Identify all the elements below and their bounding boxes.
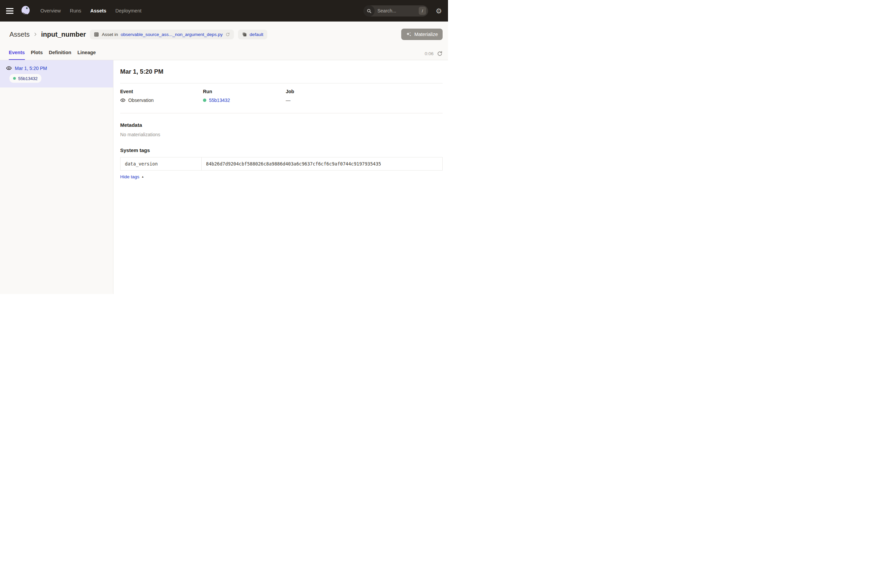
nav-item-overview[interactable]: Overview	[40, 8, 61, 14]
search-shortcut-badge: /	[419, 7, 426, 15]
repo-default-link[interactable]: default	[250, 32, 264, 37]
tab-events[interactable]: Events	[9, 50, 25, 60]
refresh-countdown: 0:06	[425, 51, 434, 56]
chevron-right-icon	[33, 32, 38, 36]
sparkle-icon	[406, 32, 411, 37]
search-input[interactable]	[377, 8, 416, 14]
search-icon	[364, 5, 375, 17]
nav-item-runs[interactable]: Runs	[70, 8, 81, 14]
asset-tabs: Events Plots Definition Lineage 0:06	[0, 46, 448, 60]
divider	[120, 113, 443, 113]
hide-tags-toggle[interactable]: Hide tags ▲	[120, 174, 144, 179]
event-list-item[interactable]: Mar 1, 5:20 PM 55b13432	[0, 60, 113, 87]
global-search[interactable]: /	[364, 5, 428, 17]
nav-item-deployment[interactable]: Deployment	[116, 8, 142, 14]
nav-item-assets[interactable]: Assets	[90, 8, 107, 14]
eye-icon	[6, 65, 12, 71]
tag-value-cell: 84b26d7d9204cbf588026c8a9886d403a6c9637c…	[202, 157, 442, 170]
gear-icon[interactable]: ⚙	[436, 8, 442, 14]
materialize-button[interactable]: Materialize	[401, 29, 443, 40]
asset-table-icon	[94, 32, 99, 37]
asset-location-prefix: Asset in	[102, 32, 118, 37]
asset-location-badge: Asset in observable_source_ass..._non_ar…	[90, 30, 233, 40]
breadcrumb: Assets input_number	[9, 30, 86, 38]
metadata-heading: Metadata	[120, 122, 443, 128]
run-id-link[interactable]: 55b13432	[18, 76, 38, 81]
event-column-label: Event	[120, 89, 203, 94]
system-tags-table: data_version 84b26d7d9204cbf588026c8a988…	[120, 157, 443, 170]
run-status-dot	[203, 99, 206, 102]
reload-icon[interactable]	[226, 32, 230, 36]
divider	[120, 83, 443, 84]
event-date-link[interactable]: Mar 1, 5:20 PM	[15, 65, 47, 71]
event-detail-panel: Mar 1, 5:20 PM Event Observation Run	[113, 60, 448, 294]
run-id-tag[interactable]: 55b13432	[9, 74, 41, 83]
metadata-empty-text: No materializations	[120, 132, 443, 137]
run-column-label: Run	[203, 89, 286, 94]
hamburger-menu-icon[interactable]	[6, 8, 14, 14]
event-detail-title: Mar 1, 5:20 PM	[120, 68, 443, 76]
tab-plots[interactable]: Plots	[31, 50, 43, 60]
breadcrumb-assets-link[interactable]: Assets	[9, 30, 30, 38]
top-navbar: Overview Runs Assets Deployment / ⚙	[0, 0, 448, 21]
run-status-dot	[13, 77, 16, 80]
tab-lineage[interactable]: Lineage	[78, 50, 96, 60]
refresh-icon[interactable]	[437, 51, 443, 56]
hide-tags-label: Hide tags	[120, 174, 139, 179]
asset-header: Assets input_number Asset in observable_…	[0, 21, 448, 60]
page-title: input_number	[41, 30, 86, 38]
system-tags-heading: System tags	[120, 147, 443, 153]
dagster-logo[interactable]	[20, 5, 32, 17]
events-sidebar: Mar 1, 5:20 PM 55b13432	[0, 60, 113, 294]
caret-up-icon: ▲	[142, 176, 144, 178]
asset-definition-link[interactable]: observable_source_ass..._non_argument_de…	[120, 32, 222, 37]
job-column-label: Job	[286, 89, 443, 94]
primary-nav: Overview Runs Assets Deployment	[40, 8, 142, 14]
tag-key-cell: data_version	[120, 157, 202, 170]
materialize-label: Materialize	[414, 32, 438, 37]
eye-icon	[120, 97, 125, 103]
job-empty-value: —	[286, 97, 291, 103]
repo-badge: default	[238, 30, 268, 40]
repo-icon	[242, 32, 247, 37]
run-id-link[interactable]: 55b13432	[209, 97, 230, 103]
event-type-value: Observation	[128, 97, 154, 103]
tab-definition[interactable]: Definition	[49, 50, 72, 60]
